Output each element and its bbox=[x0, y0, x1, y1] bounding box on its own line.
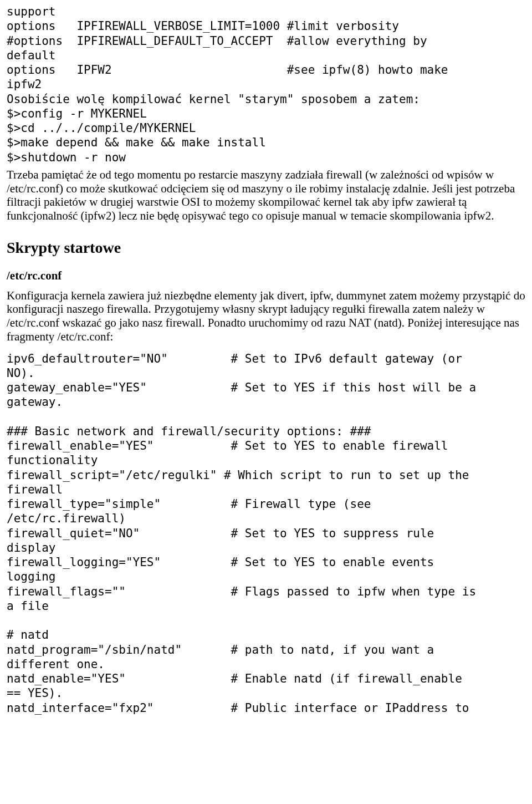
code-block-compile: $>config -r MYKERNEL $>cd ../../compile/… bbox=[7, 106, 525, 165]
paragraph-config-intro: Konfiguracja kernela zawiera już niezbęd… bbox=[7, 289, 525, 344]
code-compile-intro: Osobiście wolę kompilować kernel "starym… bbox=[7, 92, 525, 106]
subheading-etc-rc-conf: /etc/rc.conf bbox=[7, 269, 525, 283]
code-block-kernel-options: support options IPFIREWALL_VERBOSE_LIMIT… bbox=[7, 4, 525, 92]
heading-skrypty-startowe: Skrypty startowe bbox=[7, 238, 525, 257]
paragraph-warning: Trzeba pamiętać że od tego momentu po re… bbox=[7, 168, 525, 223]
code-block-rc-conf: ipv6_defaultrouter="NO" # Set to IPv6 de… bbox=[7, 352, 525, 715]
